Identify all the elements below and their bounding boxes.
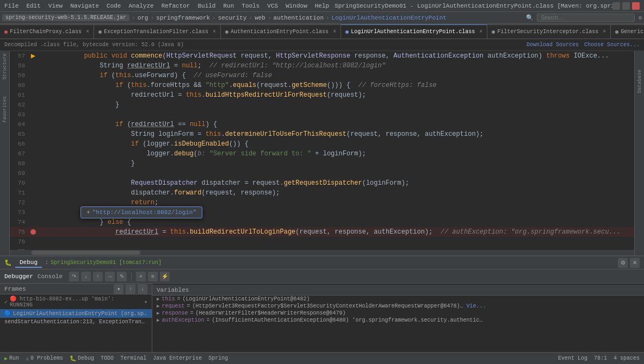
check-icon: ✓ — [4, 299, 8, 305]
tab-authenticationentrypoint[interactable]: AuthenticationEntryPoint.class × — [221, 24, 341, 39]
menu-view[interactable]: View — [48, 3, 63, 9]
tab-genericfilterbean[interactable]: GenericFilterBean.class × — [611, 24, 644, 39]
frame-filter-button[interactable]: ▾ — [114, 284, 123, 294]
search-icon[interactable]: 🔍 — [526, 14, 534, 21]
terminal-status[interactable]: Terminal — [120, 355, 146, 361]
evaluate-button[interactable]: ✎ — [117, 272, 127, 281]
java-enterprise-status[interactable]: Java Enterprise — [153, 355, 202, 361]
nav-springframework[interactable]: springframework — [156, 15, 210, 21]
window-controls[interactable] — [612, 2, 640, 10]
debug-settings-button[interactable]: ⚙ — [618, 258, 628, 268]
value-tooltip[interactable]: + "http://localhost:8082/login" — [81, 206, 202, 218]
scrollbar-thumb[interactable] — [32, 250, 140, 255]
menu-help[interactable]: Help — [315, 3, 329, 9]
favorites-icon[interactable]: Favorites — [2, 96, 8, 123]
choose-sources-link[interactable]: Choose Sources... — [584, 42, 640, 48]
horizontal-scrollbar[interactable] — [10, 250, 634, 255]
tab-debug[interactable]: Debug — [15, 258, 42, 268]
view-link[interactable]: Vie... — [466, 303, 486, 309]
spaces-status[interactable]: 4 spaces — [614, 355, 640, 361]
menu-file[interactable]: File — [4, 3, 18, 9]
close-tab-0[interactable]: × — [86, 29, 89, 35]
menu-navigate[interactable]: Navigate — [70, 3, 99, 9]
maximize-button[interactable] — [622, 2, 630, 10]
var-request[interactable]: ▶ request = (HttpServlet3RequestFactory$… — [152, 303, 644, 310]
jar-label[interactable]: spring-security-web-5.1.5.RELEASE.jar — [2, 14, 129, 21]
var-response[interactable]: ▶ response = (HeaderWriterFilter$HeaderW… — [152, 310, 644, 317]
frame-dropdown-icon[interactable]: ▾ — [144, 299, 147, 305]
add-watch-button[interactable]: + — [136, 272, 146, 281]
close-tab-2[interactable]: × — [333, 29, 336, 35]
tab-exceptiontranslationfilter[interactable]: ExceptionTranslationFilter.class × — [94, 24, 221, 39]
expand-icon-req[interactable]: ▶ — [157, 303, 159, 309]
menu-build[interactable]: Build — [197, 3, 215, 9]
close-tab-3[interactable]: × — [479, 29, 482, 35]
close-tab-4[interactable]: × — [603, 29, 606, 35]
frame-up-button[interactable]: ↑ — [126, 284, 135, 294]
menu-refactor[interactable]: Refactor — [162, 3, 190, 9]
database-icon[interactable]: Database — [637, 70, 642, 93]
menu-analyze[interactable]: Analyze — [128, 3, 153, 9]
nav-org[interactable]: org — [138, 15, 148, 21]
expand-icon-auth[interactable]: ▶ — [157, 317, 159, 323]
minimize-button[interactable] — [612, 2, 620, 10]
right-sidebar: Database — [634, 51, 644, 255]
java-enterprise-label: Java Enterprise — [153, 355, 202, 361]
debug-close-button[interactable]: ✕ — [630, 258, 640, 268]
spring-status[interactable]: Spring — [208, 355, 228, 361]
position-status[interactable]: 78:1 — [594, 355, 607, 361]
tab-bar: FilterChainProxy.class × ExceptionTransl… — [0, 24, 644, 39]
var-val-this: (LoginUrlAuthenticationEntryPoint@6482) — [182, 296, 309, 302]
problems-label: 0 Problems — [30, 355, 63, 361]
filter-button[interactable]: ⚡ — [160, 272, 170, 281]
gear-icon[interactable]: ⚙ — [638, 14, 642, 21]
code-editor[interactable]: 57 ▶ public void commence(HttpServletReq… — [10, 51, 634, 255]
problems-status[interactable]: ⚠ 0 Problems — [26, 355, 63, 362]
tooltip-plus-icon[interactable]: + — [86, 209, 90, 216]
expand-icon[interactable]: ▶ — [157, 296, 159, 302]
frame-item-sendstart[interactable]: sendStartAuthentication:213, ExceptionTr… — [0, 318, 152, 326]
decompiled-notice: Decompiled .class file, bytecode version… — [4, 42, 184, 48]
close-button[interactable] — [632, 2, 640, 10]
nav-web[interactable]: web — [255, 15, 265, 21]
tab-filtersecurityinterceptor[interactable]: FilterSecurityInterceptor.class × — [487, 24, 611, 39]
nav-security[interactable]: security — [218, 15, 247, 21]
step-into-button[interactable]: ↓ — [81, 272, 91, 281]
event-log-status[interactable]: Event Log — [558, 355, 587, 361]
menu-run[interactable]: Run — [223, 3, 234, 9]
debug-tab-bar: 🐛 Debug : SpringSecurityDemo01 [tomcat7:… — [0, 256, 644, 269]
todo-status[interactable]: TODO — [101, 355, 114, 361]
run-to-cursor-button[interactable]: → — [105, 272, 115, 281]
menu-tools[interactable]: Tools — [242, 3, 259, 9]
menu-bar[interactable]: File Edit View Navigate Code Analyze Ref… — [4, 3, 329, 9]
var-name-authexception: authException — [162, 317, 204, 323]
expand-icon-res[interactable]: ▶ — [157, 310, 159, 316]
menu-window[interactable]: Window — [286, 3, 307, 9]
frame-item-loginurl[interactable]: 🔵 LoginUrlAuthenticationEntryPoint (org.… — [0, 309, 152, 318]
nav-class[interactable]: LoginUrlAuthenticationEntryPoint — [332, 15, 447, 21]
var-name-response: response — [162, 310, 188, 316]
menu-code[interactable]: Code — [107, 3, 121, 9]
search-input[interactable] — [537, 14, 635, 22]
tab-loginurlauthenticationentrypoint[interactable]: LoginUrlAuthenticationEntryPoint.class × — [341, 24, 487, 39]
frame-thread[interactable]: ✓ 🔴 http-bio-8082-ex...up 'main': RUNNIN… — [0, 294, 152, 309]
structure-icon[interactable]: Structure — [2, 53, 8, 80]
menu-edit[interactable]: Edit — [26, 3, 40, 9]
step-over-button[interactable]: ↷ — [69, 272, 79, 281]
var-authexception[interactable]: ▶ authException = (InsufficientAuthentic… — [152, 317, 644, 324]
console-tab-label[interactable]: Console — [38, 273, 63, 280]
tab-filterchainproxy[interactable]: FilterChainProxy.class × — [0, 24, 94, 39]
debug-thread: SpringSecurityDemo01 [tomcat7:run] — [51, 260, 162, 266]
download-sources-link[interactable]: Download Sources — [527, 42, 579, 48]
run-icon: ▶ — [4, 355, 8, 362]
nav-authentication[interactable]: authentication — [274, 15, 324, 21]
var-this[interactable]: ▶ this = (LoginUrlAuthenticationEntryPoi… — [152, 296, 644, 303]
collapse-button[interactable]: ≡ — [148, 272, 158, 281]
menu-vcs[interactable]: VCS — [267, 3, 278, 9]
step-out-button[interactable]: ↑ — [93, 272, 103, 281]
run-status[interactable]: ▶ Run — [4, 355, 19, 362]
debugger-tab-label[interactable]: Debugger — [4, 273, 33, 280]
frame-down-button[interactable]: ↓ — [138, 284, 147, 294]
debug-status[interactable]: 🐛 Debug — [70, 355, 94, 362]
close-tab-1[interactable]: × — [213, 29, 216, 35]
